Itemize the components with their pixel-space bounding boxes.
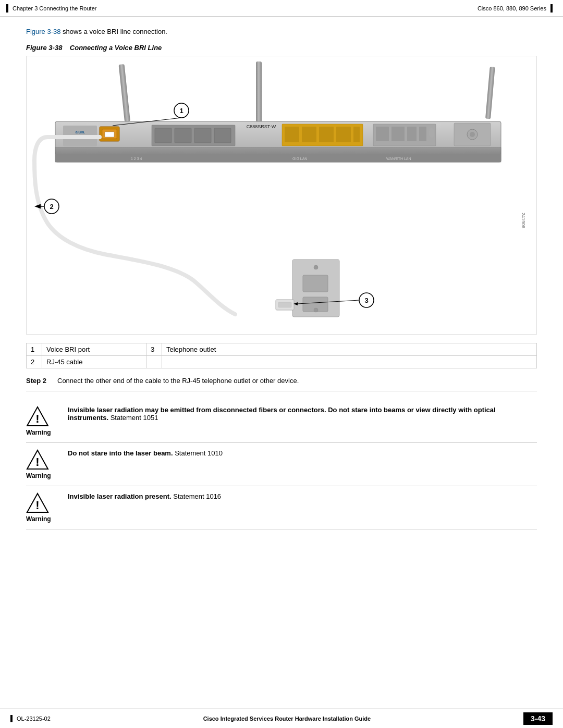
svg-rect-0 bbox=[27, 56, 527, 332]
warning-1-statement: Statement 1051 bbox=[111, 414, 158, 422]
callout-label-empty bbox=[162, 356, 537, 368]
footer-center: Cisco Integrated Services Router Hardwar… bbox=[203, 715, 371, 722]
svg-point-32 bbox=[470, 132, 475, 137]
svg-rect-22 bbox=[336, 127, 351, 142]
callout-num-empty bbox=[146, 356, 162, 368]
svg-rect-16 bbox=[194, 128, 211, 143]
warning-3-label: Warning bbox=[26, 515, 51, 523]
page-header: Chapter 3 Connecting the Router Cisco 86… bbox=[0, 0, 563, 17]
svg-text:1: 1 bbox=[179, 107, 183, 115]
callout-label-2: RJ-45 cable bbox=[42, 356, 146, 368]
chapter-label: Chapter 3 Connecting the Router bbox=[13, 5, 96, 11]
svg-rect-29 bbox=[429, 128, 434, 138]
svg-text:!: ! bbox=[35, 412, 39, 425]
svg-rect-25 bbox=[376, 127, 389, 141]
svg-point-46 bbox=[314, 265, 318, 269]
warning-1-label: Warning bbox=[26, 429, 51, 436]
svg-rect-2 bbox=[256, 61, 262, 124]
svg-text:C888SRST-W: C888SRST-W bbox=[247, 124, 276, 129]
svg-text:1  2  3  4: 1 2 3 4 bbox=[131, 157, 142, 161]
svg-rect-14 bbox=[155, 128, 172, 143]
warning-2-label: Warning bbox=[26, 472, 51, 479]
footer-page-num: 3-43 bbox=[531, 714, 545, 723]
step-2-label: Step 2 bbox=[26, 377, 57, 385]
warning-section-2: ! Warning Do not stare into the laser be… bbox=[26, 443, 537, 486]
svg-rect-44 bbox=[303, 275, 328, 292]
warning-2-icon: ! bbox=[26, 449, 49, 470]
warning-2-icon-area: ! Warning bbox=[26, 449, 68, 479]
warning-3-bold: Invisible laser radiation present. bbox=[68, 492, 172, 500]
step-2-section: Step 2 Connect the other end of the cabl… bbox=[26, 377, 537, 391]
callout-row-1: 1 Voice BRI port 3 Telephone outlet bbox=[27, 343, 537, 356]
main-content: Figure 3-38 shows a voice BRI line conne… bbox=[0, 17, 563, 540]
figure-link[interactable]: Figure 3-38 bbox=[26, 28, 60, 35]
router-diagram-svg: aluln. CISCO C888SRST-W bbox=[27, 56, 527, 332]
warning-3-statement: Statement 1016 bbox=[173, 492, 221, 500]
svg-rect-28 bbox=[419, 127, 426, 141]
warning-1-text: Invisible laser radiation may be emitted… bbox=[68, 406, 537, 422]
callout-num-2: 2 bbox=[27, 356, 42, 368]
svg-text:GIG LAN: GIG LAN bbox=[292, 157, 307, 161]
figure-label: Figure 3-38 Connecting a Voice BRI Line bbox=[26, 44, 162, 52]
footer-guide-title: Cisco Integrated Services Router Hardwar… bbox=[203, 715, 371, 722]
header-left-bar bbox=[6, 4, 8, 13]
svg-rect-33 bbox=[55, 154, 501, 162]
header-series: Cisco 860, 880, 890 Series bbox=[478, 4, 553, 13]
warning-1-icon-area: ! Warning bbox=[26, 406, 68, 436]
svg-rect-27 bbox=[407, 127, 417, 141]
intro-paragraph: Figure 3-38 shows a voice BRI line conne… bbox=[26, 28, 537, 35]
footer-page-number: 3-43 bbox=[523, 712, 553, 725]
svg-rect-15 bbox=[175, 128, 191, 143]
warning-section-3: ! Warning Invisible laser radiation pres… bbox=[26, 486, 537, 529]
warning-3-icon: ! bbox=[26, 492, 49, 513]
svg-rect-26 bbox=[391, 127, 405, 141]
svg-text:aluln.: aluln. bbox=[76, 130, 85, 134]
svg-text:WAN/ETH LAN: WAN/ETH LAN bbox=[386, 157, 411, 161]
svg-rect-23 bbox=[353, 127, 360, 142]
figure-diagram: aluln. CISCO C888SRST-W bbox=[26, 56, 537, 335]
warning-2-bold: Do not stare into the laser beam. bbox=[68, 449, 173, 457]
warning-3-text: Invisible laser radiation present. State… bbox=[68, 492, 537, 500]
series-label: Cisco 860, 880, 890 Series bbox=[478, 5, 546, 11]
svg-text:3: 3 bbox=[364, 297, 368, 304]
svg-rect-21 bbox=[319, 127, 334, 142]
page-footer: OL-23125-02 Cisco Integrated Services Ro… bbox=[0, 709, 563, 728]
svg-text:!: ! bbox=[35, 499, 39, 512]
header-chapter: Chapter 3 Connecting the Router bbox=[6, 4, 96, 13]
svg-rect-20 bbox=[302, 127, 316, 142]
svg-rect-17 bbox=[214, 128, 231, 143]
callout-label-3: Telephone outlet bbox=[162, 343, 537, 356]
callout-num-3: 3 bbox=[146, 343, 162, 356]
warning-1-icon: ! bbox=[26, 406, 49, 427]
svg-rect-19 bbox=[285, 127, 299, 142]
warning-2-statement: Statement 1010 bbox=[175, 449, 223, 457]
svg-rect-49 bbox=[278, 302, 291, 307]
step-2-text: Connect the other end of the cable to th… bbox=[57, 377, 537, 385]
callout-num-1: 1 bbox=[27, 343, 42, 356]
svg-text:!: ! bbox=[35, 455, 39, 468]
figure-caption: Figure 3-38 Connecting a Voice BRI Line bbox=[26, 44, 537, 52]
svg-point-47 bbox=[314, 308, 318, 312]
header-right-bar bbox=[550, 4, 553, 13]
warning-3-icon-area: ! Warning bbox=[26, 492, 68, 523]
callout-table: 1 Voice BRI port 3 Telephone outlet 2 RJ… bbox=[26, 343, 537, 368]
footer-left-bar bbox=[10, 715, 13, 722]
warning-section-1: ! Warning Invisible laser radiation may … bbox=[26, 400, 537, 443]
warning-2-text: Do not stare into the laser beam. Statem… bbox=[68, 449, 537, 457]
callout-label-1: Voice BRI port bbox=[42, 343, 146, 356]
svg-text:2: 2 bbox=[50, 203, 53, 211]
footer-doc-number: OL-23125-02 bbox=[17, 715, 51, 722]
svg-rect-11 bbox=[105, 132, 114, 137]
callout-row-2: 2 RJ-45 cable bbox=[27, 356, 537, 368]
svg-text:241906: 241906 bbox=[521, 213, 526, 228]
intro-text: shows a voice BRI line connection. bbox=[60, 28, 167, 35]
footer-left: OL-23125-02 bbox=[10, 715, 51, 722]
